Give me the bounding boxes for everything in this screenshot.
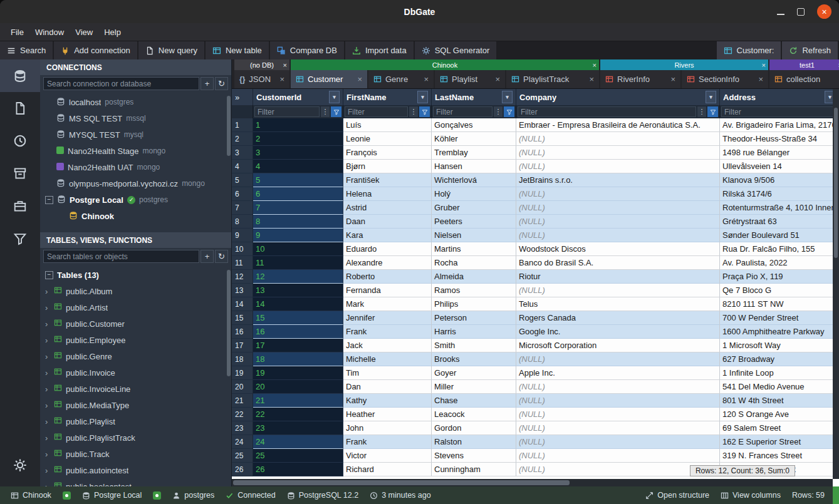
cell-company[interactable]: (NULL) xyxy=(516,352,720,366)
toolbar-compare-db[interactable]: Compare DB xyxy=(270,41,344,59)
cell-address[interactable]: 801 W 4th Street xyxy=(720,394,839,408)
status-rows-59[interactable]: Rows: 59 xyxy=(786,491,830,500)
cell-lastname[interactable]: Cunningham xyxy=(432,463,516,476)
cell-address[interactable]: 319 N. Frances Street xyxy=(720,449,839,463)
table-item-public-album[interactable]: ›public.Album xyxy=(40,283,231,299)
filter-input-company[interactable] xyxy=(518,106,696,117)
table-item-public-autoinctest[interactable]: ›public.autoinctest xyxy=(40,462,231,478)
chevron-right-icon[interactable]: › xyxy=(45,433,50,443)
cell-address[interactable]: Rilská 3174/6 xyxy=(720,187,839,201)
cell-firstname[interactable]: Roberto xyxy=(343,270,432,284)
cell-firstname[interactable]: Dan xyxy=(343,380,432,394)
cell-firstname[interactable]: Victor xyxy=(343,449,432,463)
table-item-public-invoice[interactable]: ›public.Invoice xyxy=(40,364,231,381)
cell-company[interactable]: (NULL) xyxy=(516,449,720,463)
cell-customerid[interactable]: 1 xyxy=(253,118,343,132)
cell-customerid[interactable]: 26 xyxy=(253,463,343,476)
cell-customerid[interactable]: 14 xyxy=(253,297,343,311)
toolbar-refresh[interactable]: Refresh xyxy=(782,41,838,59)
cell-firstname[interactable]: Alexandre xyxy=(343,256,432,270)
cell-customerid[interactable]: 24 xyxy=(253,435,343,449)
cell-firstname[interactable]: Frank xyxy=(343,325,432,339)
grid-row-23[interactable]: 2323JohnGordon(NULL)69 Salem Street xyxy=(232,421,839,435)
cell-address[interactable]: 1498 rue Bélanger xyxy=(720,146,839,160)
grid-horizontal-scrollbar[interactable] xyxy=(232,479,833,486)
filter-input-customerid[interactable] xyxy=(254,106,320,117)
cell-lastname[interactable]: Ramos xyxy=(432,284,516,297)
row-number[interactable]: 3 xyxy=(232,146,253,160)
filter-input-lastname[interactable] xyxy=(433,106,492,117)
grid-row-13[interactable]: 1313FernandaRamos(NULL)Qe 7 Bloco G xyxy=(232,284,839,297)
cell-customerid[interactable]: 17 xyxy=(253,339,343,352)
cell-address[interactable]: 1 Infinite Loop xyxy=(720,366,839,380)
cell-lastname[interactable]: Brooks xyxy=(432,352,516,366)
close-tab-icon[interactable]: × xyxy=(670,75,675,84)
sidebar-funnel-icon[interactable] xyxy=(0,222,40,255)
close-group-icon[interactable]: × xyxy=(593,61,597,69)
row-number[interactable]: 5 xyxy=(232,173,253,187)
table-item-public-track[interactable]: ›public.Track xyxy=(40,446,231,462)
connection-localhost[interactable]: localhostpostgres xyxy=(40,94,231,110)
grid-vertical-scrollbar-thumb[interactable] xyxy=(834,108,838,258)
row-number[interactable]: 16 xyxy=(232,325,253,339)
close-group-icon[interactable]: × xyxy=(762,61,766,69)
cell-address[interactable]: 120 S Orange Ave xyxy=(720,408,839,421)
cell-lastname[interactable]: Tremblay xyxy=(432,146,516,160)
cell-firstname[interactable]: Eduardo xyxy=(343,242,432,256)
menu-file[interactable]: File xyxy=(5,25,29,39)
cell-address[interactable]: Ullevålsveien 14 xyxy=(720,160,839,173)
tab-riverinfo[interactable]: RiverInfo× xyxy=(600,70,680,88)
cell-company[interactable]: (NULL) xyxy=(516,229,720,242)
sidebar-history-icon[interactable] xyxy=(0,125,40,157)
cell-lastname[interactable]: Chase xyxy=(432,394,516,408)
cell-firstname[interactable]: Jennifer xyxy=(343,311,432,325)
sidebar-database-icon[interactable] xyxy=(0,59,40,92)
cell-company[interactable]: (NULL) xyxy=(516,160,720,173)
cell-customerid[interactable]: 11 xyxy=(253,256,343,270)
table-item-public-playlisttrack[interactable]: ›public.PlaylistTrack xyxy=(40,429,231,446)
grid-row-11[interactable]: 1111AlexandreRochaBanco do Brasil S.A.Av… xyxy=(232,256,839,270)
cell-lastname[interactable]: Nielsen xyxy=(432,229,516,242)
close-group-icon[interactable]: × xyxy=(283,61,287,69)
filter-menu-icon[interactable]: ⋮ xyxy=(697,106,706,117)
db-group-no-db[interactable]: (no DB)× xyxy=(234,59,289,70)
cell-customerid[interactable]: 4 xyxy=(253,160,343,173)
chevron-right-icon[interactable]: › xyxy=(45,450,50,459)
sidebar-file-icon[interactable] xyxy=(0,92,40,125)
cell-customerid[interactable]: 10 xyxy=(253,242,343,256)
grid-row-20[interactable]: 2020DanMiller(NULL)541 Del Medio Avenue xyxy=(232,380,839,394)
tab-json[interactable]: {}JSON× xyxy=(234,70,289,88)
cell-customerid[interactable]: 8 xyxy=(253,215,343,229)
maximize-button[interactable] xyxy=(797,8,805,16)
cell-company[interactable]: Apple Inc. xyxy=(516,366,720,380)
row-number[interactable]: 13 xyxy=(232,284,253,297)
grid-row-1[interactable]: 11LuísGonçalvesEmbraer - Empresa Brasile… xyxy=(232,118,839,132)
cell-address[interactable]: 700 W Pender Street xyxy=(720,311,839,325)
cell-company[interactable]: (NULL) xyxy=(516,394,720,408)
cell-firstname[interactable]: Helena xyxy=(343,187,432,201)
cell-firstname[interactable]: Kara xyxy=(343,229,432,242)
chevron-right-icon[interactable]: › xyxy=(45,384,50,394)
grid-row-21[interactable]: 2121KathyChase(NULL)801 W 4th Street xyxy=(232,394,839,408)
grid-row-16[interactable]: 1616FrankHarrisGoogle Inc.1600 Amphithea… xyxy=(232,325,839,339)
cell-firstname[interactable]: Heather xyxy=(343,408,432,421)
cell-lastname[interactable]: Ralston xyxy=(432,435,516,449)
status-open-structure[interactable]: Open structure xyxy=(640,491,715,500)
cell-lastname[interactable]: Hansen xyxy=(432,160,516,173)
column-header-address[interactable]: Address▾ xyxy=(720,89,839,105)
cell-customerid[interactable]: 22 xyxy=(253,408,343,421)
close-tab-icon[interactable]: × xyxy=(357,75,362,84)
refresh-connections-button[interactable]: ↻ xyxy=(215,77,228,90)
cell-company[interactable]: Microsoft Corporation xyxy=(516,339,720,352)
cell-customerid[interactable]: 16 xyxy=(253,325,343,339)
tab-customer[interactable]: Customer× xyxy=(291,70,367,88)
connection-nano2health-uat[interactable]: Nano2Health UATmongo xyxy=(40,159,231,175)
collapse-icon[interactable]: − xyxy=(45,271,53,279)
cell-company[interactable]: Google Inc. xyxy=(516,325,720,339)
chevron-right-icon[interactable]: › xyxy=(45,417,50,426)
cell-firstname[interactable]: John xyxy=(343,421,432,435)
toolbar-new-query[interactable]: New query xyxy=(138,41,204,59)
cell-firstname[interactable]: Jack xyxy=(343,339,432,352)
sidebar-settings-gear-icon[interactable] xyxy=(0,449,40,481)
sidebar-archive-icon[interactable] xyxy=(0,157,40,190)
